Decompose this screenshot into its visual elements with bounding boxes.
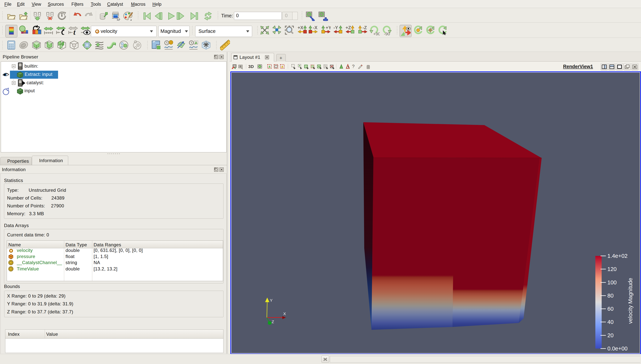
svg-text:Y: Y: [270, 298, 272, 302]
svg-text:0.0e+00: 0.0e+00: [608, 346, 628, 352]
svg-text:t: t: [73, 28, 76, 35]
svg-text:+X: +X: [298, 25, 303, 30]
svg-text:+Z: +Z: [346, 25, 351, 30]
svg-text:1.4e+02: 1.4e+02: [608, 253, 628, 259]
svg-text:120: 120: [608, 266, 616, 272]
svg-text:100: 100: [608, 280, 616, 286]
svg-text:X: X: [283, 312, 286, 316]
svg-text:Z: Z: [272, 320, 274, 324]
svg-text:-Y: -Y: [334, 25, 338, 30]
svg-text:20: 20: [608, 332, 614, 338]
svg-text:60: 60: [608, 306, 614, 312]
svg-text:velocity Magnitude: velocity Magnitude: [627, 278, 633, 324]
svg-text:+90: +90: [373, 32, 380, 36]
svg-text:-X: -X: [313, 25, 318, 30]
svg-text:-Z: -Z: [362, 25, 367, 30]
svg-text:40: 40: [608, 319, 614, 325]
svg-text:2: 2: [37, 25, 40, 31]
svg-text:-90: -90: [384, 32, 390, 36]
svg-text:+Y: +Y: [326, 25, 330, 30]
svg-text:80: 80: [608, 292, 614, 299]
